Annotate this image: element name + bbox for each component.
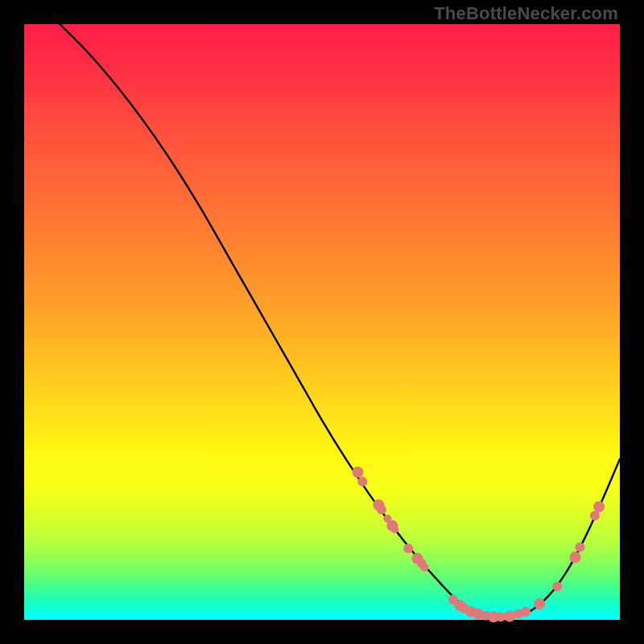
data-marker <box>534 598 545 609</box>
data-marker <box>403 543 413 553</box>
chart-svg <box>24 24 620 620</box>
data-marker <box>552 582 562 592</box>
data-marker <box>420 564 428 572</box>
data-marker <box>377 505 386 514</box>
data-marker <box>521 607 530 617</box>
attribution-label: TheBottleNecker.com <box>434 3 618 24</box>
data-marker <box>593 501 605 512</box>
data-markers <box>352 466 605 622</box>
plot-area <box>24 24 620 620</box>
chart-frame: TheBottleNecker.com <box>0 0 644 644</box>
data-marker <box>575 543 584 552</box>
data-marker <box>570 551 581 563</box>
bottleneck-curve <box>60 24 620 617</box>
data-marker <box>390 526 398 534</box>
data-marker <box>352 466 363 477</box>
data-marker <box>357 477 367 486</box>
data-marker <box>504 611 515 622</box>
